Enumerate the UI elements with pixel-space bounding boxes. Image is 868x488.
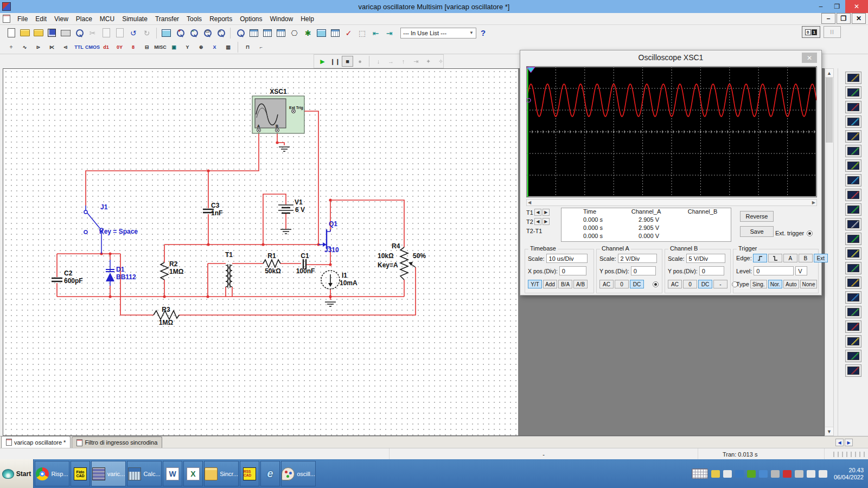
component-r1-resistor[interactable]: R1 50kΩ — [263, 252, 281, 275]
place-transistor-icon[interactable]: ⋉ — [46, 41, 58, 53]
redo-icon[interactable]: ↻ — [141, 27, 153, 39]
place-misc-digital-icon[interactable]: d1 — [100, 41, 112, 53]
tab-filtro-ingresso[interactable]: Filtro di ingresso sincrodina — [72, 436, 162, 448]
nvidia-settings-icon[interactable] — [747, 470, 756, 478]
channel-a-radio[interactable] — [653, 281, 659, 287]
t1-right-icon[interactable]: ▶ — [542, 209, 550, 216]
cut-icon[interactable]: ✂ — [86, 27, 99, 39]
oscilloscope-hscrollbar[interactable]: ◀ ▶ — [526, 199, 817, 206]
taskbar-app-fidocad[interactable]: Fido CAD — [71, 461, 90, 486]
channel-a-scale-input[interactable]: 2 V/Div — [618, 254, 657, 263]
postprocessor-icon[interactable] — [329, 27, 341, 39]
scroll-right-icon[interactable]: ▶ — [812, 200, 815, 205]
erc-check-icon[interactable]: ✓ — [342, 27, 355, 39]
place-bus-icon[interactable]: ⌐ — [255, 41, 267, 53]
place-electromechanical-icon[interactable]: ⊕ — [195, 41, 207, 53]
zoom-area-icon[interactable]: ▭ — [201, 27, 213, 39]
region-select-icon[interactable]: ⬚ — [356, 27, 368, 39]
step-over-icon[interactable]: → — [385, 56, 397, 67]
component-j1-switch[interactable]: J1 Key = Space — [84, 203, 138, 254]
channel-b-scale-input[interactable]: 5 V/Div — [686, 254, 725, 263]
function-generator-icon[interactable] — [845, 86, 861, 99]
channel-b-ac-button[interactable]: AC — [668, 280, 682, 288]
four-channel-oscilloscope-icon[interactable] — [845, 130, 861, 143]
place-source-icon[interactable]: ÷ — [5, 41, 17, 53]
save-icon[interactable] — [46, 27, 58, 39]
run-to-cursor-icon[interactable]: ⇥ — [410, 56, 422, 67]
menu-window[interactable]: Window — [266, 14, 297, 24]
logic-converter-icon[interactable] — [845, 203, 861, 216]
close-button[interactable]: ✕ — [845, 0, 868, 13]
run-simulation-icon[interactable]: ▶ — [317, 56, 328, 67]
database-manager-icon[interactable] — [275, 27, 287, 39]
channel-b-zero-button[interactable]: 0 — [683, 280, 697, 288]
timebase-scale-input[interactable]: 10 us/Div — [546, 254, 588, 263]
place-cmos-icon[interactable]: CMOS — [86, 41, 99, 53]
channel-b-ypos-input[interactable]: 0 — [699, 266, 724, 275]
menu-transfer[interactable]: Transfer — [151, 14, 183, 24]
t2-right-icon[interactable]: ▶ — [542, 218, 550, 225]
taskbar-app-multisim[interactable]: varic... — [91, 461, 126, 486]
menu-mcu[interactable]: MCU — [96, 14, 118, 24]
taskbar-app-word[interactable]: W — [163, 461, 182, 486]
ext-trigger-radio[interactable] — [807, 230, 813, 236]
menu-reports[interactable]: Reports — [206, 14, 236, 24]
ab-mode-button[interactable]: A/B — [573, 280, 588, 288]
zoom-out-icon[interactable]: − — [187, 27, 200, 39]
labview-instrument-icon[interactable] — [845, 335, 861, 348]
scroll-left-icon[interactable]: ◀ — [528, 200, 531, 205]
place-basic-icon[interactable]: ∿ — [18, 41, 31, 53]
keyboard-icon[interactable] — [692, 468, 708, 479]
t1-left-icon[interactable]: ◀ — [534, 209, 541, 216]
place-mixed-icon[interactable]: 0Y — [113, 41, 126, 53]
start-button[interactable]: Start — [0, 459, 34, 488]
display-monitor-icon[interactable] — [759, 470, 768, 478]
component-q1-jfet[interactable]: Q1 J310 — [318, 220, 339, 254]
taskbar-app-chrome[interactable]: Risp... — [35, 461, 69, 486]
place-power-icon[interactable]: ⊟ — [141, 41, 153, 53]
pause-at-next-icon[interactable]: ✦ — [423, 56, 434, 67]
undo-icon[interactable]: ↺ — [127, 27, 139, 39]
timebase-xpos-input[interactable]: 0 — [559, 266, 586, 275]
open-samples-icon[interactable] — [32, 27, 44, 39]
update-badge-icon[interactable] — [783, 470, 792, 478]
trigger-a-button[interactable]: A — [783, 254, 797, 262]
oscilloscope-window[interactable]: Oscilloscope XSC1 ✕ ◀ ▶ T1 ◀ ▶ T2 ◀ ▶ T2… — [520, 50, 822, 296]
paste-icon[interactable] — [113, 27, 126, 39]
menu-view[interactable]: View — [50, 14, 72, 24]
new-file-icon[interactable] — [5, 27, 17, 39]
step-into-icon[interactable]: ↓ — [373, 56, 384, 67]
frequency-counter-icon[interactable] — [845, 159, 861, 172]
component-xsc1-oscilloscope[interactable]: XSC1 Ext Trig A B — [252, 88, 304, 133]
schematic-canvas[interactable]: XSC1 Ext Trig A B — [3, 69, 519, 435]
component-t1-transformer[interactable]: T1 — [225, 251, 233, 288]
multimeter-icon[interactable] — [845, 72, 861, 84]
spectrum-analyzer-icon[interactable] — [845, 247, 861, 260]
bode-plotter-icon[interactable] — [845, 145, 861, 157]
trigger-single-button[interactable]: Sing. — [750, 280, 767, 288]
menu-help[interactable]: Help — [297, 14, 318, 24]
in-use-list-dropdown[interactable]: --- In Use List --- ▼ — [400, 28, 476, 38]
menu-options[interactable]: Options — [236, 14, 266, 24]
component-r3-resistor[interactable]: R3 1MΩ — [154, 306, 179, 326]
mdi-close-button[interactable]: ✕ — [852, 13, 866, 24]
falling-edge-icon[interactable] — [768, 254, 782, 262]
taskbar-app-paint[interactable]: oscill... — [281, 461, 316, 486]
back-annotate-icon[interactable]: ⇤ — [369, 27, 382, 39]
gray-monitor-icon[interactable] — [771, 470, 780, 478]
new-wizard-icon[interactable]: ✱ — [302, 27, 314, 39]
help-icon[interactable]: ? — [481, 28, 486, 37]
channel-a-zero-button[interactable]: 0 — [615, 280, 629, 288]
trigger-none-button[interactable]: None — [800, 280, 818, 288]
hierarchical-block-icon[interactable]: ⊓ — [241, 41, 254, 53]
menu-simulate[interactable]: Simulate — [118, 14, 151, 24]
channel-a-ypos-input[interactable]: 0 — [631, 266, 656, 275]
oscilloscope-close-icon[interactable]: ✕ — [802, 53, 817, 63]
agilent-oscilloscope-icon[interactable] — [845, 306, 861, 318]
t2-left-icon[interactable]: ◀ — [534, 218, 541, 225]
yt-mode-button[interactable]: Y/T — [528, 280, 542, 288]
spreadsheet-view-icon[interactable] — [261, 27, 273, 39]
reverse-button[interactable]: Reverse — [740, 211, 774, 222]
word-generator-icon[interactable] — [845, 174, 861, 187]
stop-simulation-icon[interactable]: ■ — [342, 56, 353, 67]
